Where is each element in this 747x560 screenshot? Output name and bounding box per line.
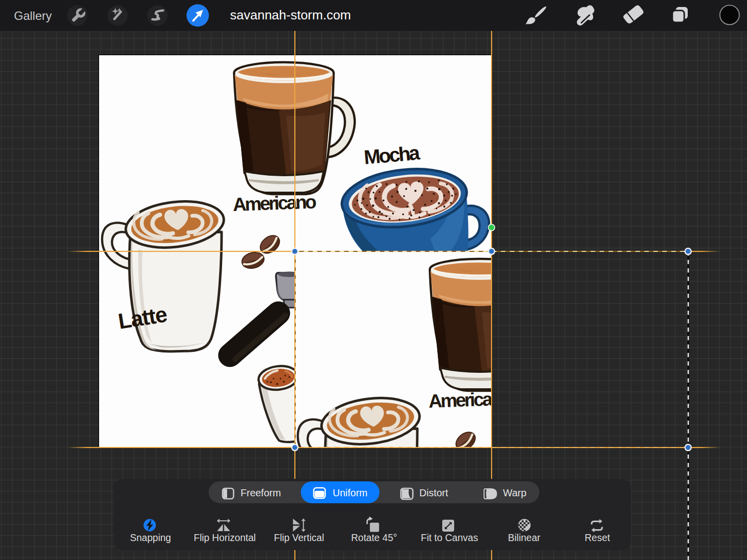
svg-text:Freeform: Freeform	[241, 487, 281, 498]
svg-text:Reset: Reset	[585, 532, 611, 543]
svg-text:Snapping: Snapping	[130, 532, 171, 543]
svg-text:Bilinear: Bilinear	[508, 532, 541, 543]
svg-text:Warp: Warp	[503, 487, 526, 498]
svg-text:Flip Horizontal: Flip Horizontal	[194, 532, 256, 543]
svg-text:Uniform: Uniform	[333, 487, 368, 498]
svg-text:Distort: Distort	[419, 487, 448, 498]
svg-text:Rotate 45°: Rotate 45°	[351, 532, 397, 543]
svg-text:Flip Vertical: Flip Vertical	[274, 532, 324, 543]
svg-text:Fit to Canvas: Fit to Canvas	[421, 532, 478, 543]
